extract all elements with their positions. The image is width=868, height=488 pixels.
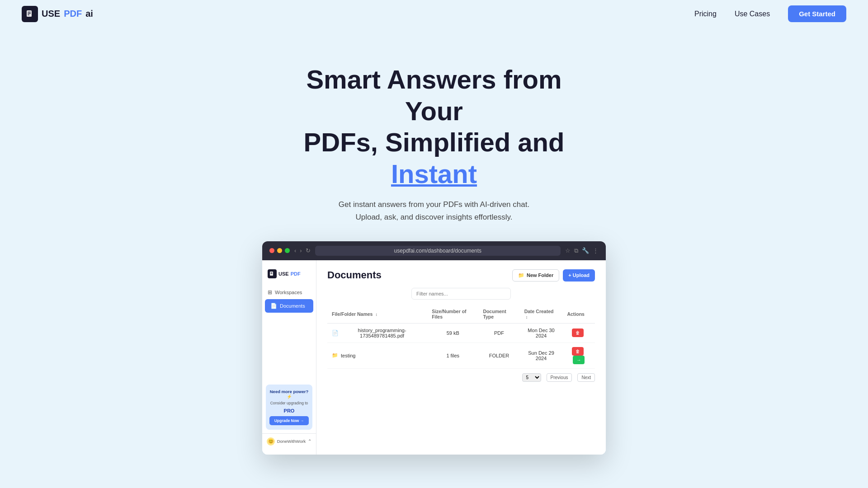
col-date: Date Created ↕	[520, 305, 563, 324]
file-name-text: testing	[341, 353, 355, 358]
table-footer: 5 10 25 Previous Next	[327, 369, 595, 384]
cell-type: FOLDER	[478, 343, 519, 368]
back-icon: ‹	[294, 247, 296, 254]
sidebar-item-workspaces[interactable]: ⊞ Workspaces	[262, 286, 316, 299]
extensions-icon: 🔧	[582, 247, 589, 254]
workspaces-icon: ⊞	[268, 289, 272, 296]
panel-title: Documents	[327, 269, 382, 281]
workspaces-label: Workspaces	[275, 290, 302, 295]
new-folder-button[interactable]: 📁 New Folder	[512, 269, 559, 282]
hero-title-line2: PDFs, Simplified and	[304, 127, 565, 157]
hero-title: Smart Answers from Your PDFs, Simplified…	[276, 64, 592, 189]
sidebar-user[interactable]: 😊 DoneWithWork ⌃	[262, 433, 316, 449]
browser-address-bar: usepdfai.com/dashboard/documents	[315, 246, 561, 256]
sidebar-logo-icon	[268, 269, 277, 278]
app-content: USE PDF ⊞ Workspaces 📄 Documents Need mo…	[262, 260, 606, 455]
cell-date: Mon Dec 30 2024	[520, 323, 563, 343]
browser-mockup: ‹ › ↻ usepdfai.com/dashboard/documents ☆…	[262, 241, 606, 455]
forward-icon: ›	[300, 247, 302, 254]
nav-pricing[interactable]: Pricing	[694, 10, 717, 18]
sidebar-nav: ⊞ Workspaces 📄 Documents	[262, 286, 316, 381]
svg-rect-1	[28, 12, 31, 13]
browser-nav-icons: ‹ › ↻	[294, 247, 311, 254]
svg-rect-3	[28, 14, 29, 15]
tab-icon: ⧉	[574, 247, 578, 254]
logo-text-ai: ai	[85, 9, 93, 19]
main-panel: Documents 📁 New Folder + Upload	[316, 260, 606, 455]
cell-type: PDF	[478, 323, 519, 343]
new-folder-label: New Folder	[527, 272, 553, 278]
navbar: USE PDFai Pricing Use Cases Get Started	[0, 0, 868, 28]
logo-icon	[22, 6, 38, 22]
delete-button[interactable]: 🗑	[572, 347, 584, 356]
folder-plus-icon: 📁	[518, 272, 524, 278]
nav-use-cases[interactable]: Use Cases	[735, 10, 770, 18]
panel-actions: 📁 New Folder + Upload	[512, 269, 595, 282]
user-avatar: 😊	[267, 437, 275, 446]
next-page-button[interactable]: Next	[577, 373, 595, 382]
filter-input[interactable]	[411, 288, 511, 300]
col-name: File/Folder Names ↕	[327, 305, 427, 324]
sidebar: USE PDF ⊞ Workspaces 📄 Documents Need mo…	[262, 260, 316, 455]
file-icon: 📄	[332, 330, 339, 336]
sidebar-logo: USE PDF	[262, 266, 316, 286]
folder-icon: 📁	[332, 352, 338, 358]
promo-pro: PRO	[269, 408, 309, 413]
hero-title-highlight: Instant	[391, 159, 477, 188]
promo-title: Need more power? ⚡	[269, 389, 309, 399]
per-page-select[interactable]: 5 10 25	[522, 373, 541, 382]
col-type: Document Type	[478, 305, 519, 324]
cell-size: 59 kB	[427, 323, 478, 343]
hero-title-line1: Smart Answers from Your	[306, 65, 561, 126]
hero-section: Smart Answers from Your PDFs, Simplified…	[0, 28, 868, 473]
sidebar-logo-use: USE	[278, 271, 289, 277]
col-size: Size/Number of Files	[427, 305, 478, 324]
browser-dot-red	[269, 248, 274, 253]
get-started-button[interactable]: Get Started	[788, 5, 846, 22]
table-row: 📄 history_programming-1735489781485.pdf …	[327, 323, 595, 343]
cell-date: Sun Dec 29 2024	[520, 343, 563, 368]
more-icon: ⋮	[593, 247, 599, 254]
upload-label: + Upload	[568, 272, 590, 278]
name-sort-icon[interactable]: ↕	[375, 312, 377, 317]
svg-rect-5	[271, 272, 273, 273]
cell-name: 📄 history_programming-1735489781485.pdf	[327, 323, 427, 343]
browser-bar: ‹ › ↻ usepdfai.com/dashboard/documents ☆…	[262, 241, 606, 260]
star-icon: ☆	[565, 247, 571, 254]
file-name-text: history_programming-1735489781485.pdf	[341, 328, 423, 338]
user-emoji: 😊	[268, 439, 274, 444]
upgrade-now-button[interactable]: Upgrade Now →	[269, 416, 309, 425]
sidebar-item-documents[interactable]: 📄 Documents	[265, 299, 313, 313]
hero-subtitle: Get instant answers from your PDFs with …	[326, 198, 542, 223]
user-chevron-icon: ⌃	[308, 439, 311, 444]
open-button[interactable]: →	[573, 356, 585, 364]
svg-rect-2	[28, 13, 31, 14]
nav-links: Pricing Use Cases Get Started	[694, 5, 846, 22]
sidebar-promo: Need more power? ⚡ Consider upgrading to…	[266, 385, 312, 430]
col-actions: Actions	[562, 305, 595, 324]
date-sort-icon[interactable]: ↕	[526, 315, 528, 319]
upload-button[interactable]: + Upload	[563, 269, 595, 282]
logo-text-pdf: PDF	[64, 9, 82, 19]
sidebar-logo-pdf: PDF	[291, 271, 301, 277]
logo-text-use: USE	[42, 9, 60, 19]
cell-name: 📁 testing	[327, 343, 427, 368]
cell-actions: 🗑	[562, 323, 595, 343]
reload-icon: ↻	[306, 247, 311, 254]
cell-actions: 🗑→	[562, 343, 595, 368]
browser-action-icons: ☆ ⧉ 🔧 ⋮	[565, 247, 599, 254]
user-name: DoneWithWork	[277, 439, 306, 444]
table-row: 📁 testing 1 files FOLDER Sun Dec 29 2024…	[327, 343, 595, 368]
table-body: 📄 history_programming-1735489781485.pdf …	[327, 323, 595, 368]
browser-dot-yellow	[277, 248, 282, 253]
table-header: File/Folder Names ↕ Size/Number of Files…	[327, 305, 595, 324]
documents-table: File/Folder Names ↕ Size/Number of Files…	[327, 305, 595, 369]
svg-rect-6	[271, 273, 273, 274]
logo[interactable]: USE PDFai	[22, 6, 93, 22]
documents-icon: 📄	[270, 303, 277, 309]
browser-dots	[269, 248, 290, 253]
browser-dot-green	[285, 248, 290, 253]
documents-label: Documents	[280, 303, 305, 309]
prev-page-button[interactable]: Previous	[547, 373, 572, 382]
delete-button[interactable]: 🗑	[572, 328, 584, 337]
